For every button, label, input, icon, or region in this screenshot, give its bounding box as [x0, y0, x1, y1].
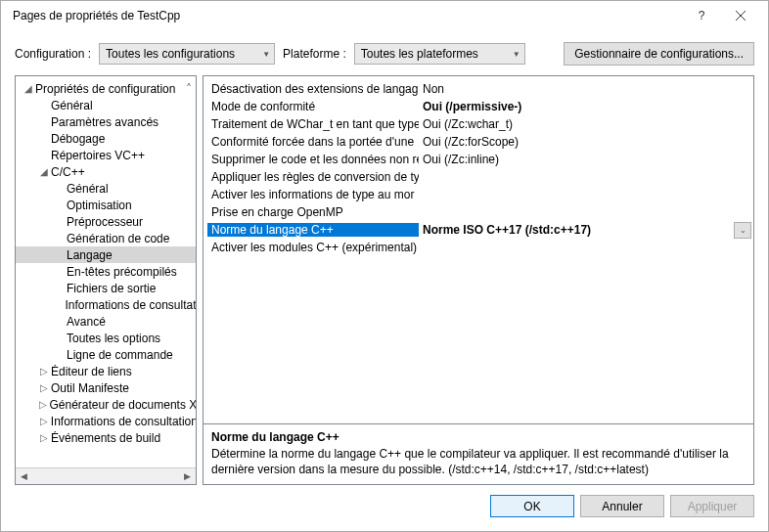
cancel-button[interactable]: Annuler: [580, 495, 664, 517]
property-name: Mode de conformité: [207, 100, 419, 113]
config-value: Toutes les configurations: [106, 47, 235, 61]
tree-item-label: Langage: [67, 248, 113, 262]
property-row[interactable]: Traitement de WChar_t en tant que typeOu…: [207, 115, 751, 133]
tree-item[interactable]: ▷Générateur de documents XML: [16, 396, 196, 413]
property-row[interactable]: Norme du langage C++Norme ISO C++17 (/st…: [207, 221, 751, 239]
tree-hscrollbar[interactable]: ◀ ▶: [16, 467, 196, 484]
scroll-left-icon[interactable]: ◀: [16, 468, 32, 485]
property-row[interactable]: Prise en charge OpenMP: [207, 203, 751, 221]
property-row[interactable]: Activer les informations de type au mor: [207, 186, 751, 203]
tree-item-label: C/C++: [51, 165, 85, 179]
property-value[interactable]: Norme ISO C++17 (/std:c++17): [419, 223, 734, 237]
tree-item[interactable]: Informations de consultation: [16, 296, 196, 313]
tree-item-label: Outil Manifeste: [51, 381, 129, 395]
expand-closed-icon[interactable]: ▷: [37, 399, 50, 410]
tree-item[interactable]: Général: [16, 180, 196, 197]
tree-item[interactable]: Ligne de commande: [16, 346, 196, 363]
tree-item[interactable]: Général: [16, 97, 196, 113]
chevron-down-icon: ▼: [513, 50, 520, 59]
tree-item-label: Événements de build: [51, 431, 160, 445]
tree-item-label: Toutes les options: [67, 332, 160, 345]
property-row[interactable]: Conformité forcée dans la portée d'uneOu…: [207, 133, 751, 151]
tree-item-label: Général: [51, 99, 93, 112]
tree-item[interactable]: Fichiers de sortie: [16, 280, 196, 296]
description-panel: Norme du langage C++ Détermine la norme …: [204, 423, 753, 484]
tree-item[interactable]: ˄◢Propriétés de configuration: [16, 80, 196, 97]
tree-item-label: Répertoires VC++: [51, 149, 145, 162]
window-title: Pages de propriétés de TestCpp: [9, 9, 682, 22]
tree-item[interactable]: Avancé: [16, 313, 196, 330]
tree-item[interactable]: ◢C/C++: [16, 163, 196, 180]
tree-item[interactable]: Langage: [16, 246, 196, 263]
property-value[interactable]: Non: [419, 82, 751, 96]
property-grid[interactable]: Désactivation des extensions de langageN…: [204, 76, 753, 423]
tree-item[interactable]: En-têtes précompilés: [16, 263, 196, 280]
property-value[interactable]: Oui (/Zc:forScope): [419, 135, 751, 149]
property-name: Appliquer les règles de conversion de ty: [207, 170, 419, 184]
tree-item[interactable]: ▷Événements de build: [16, 429, 196, 446]
tree-item-label: Débogage: [51, 132, 105, 146]
tree-item-label: Informations de consultation: [51, 415, 196, 428]
property-row[interactable]: Appliquer les règles de conversion de ty: [207, 168, 751, 186]
tree-item[interactable]: ▷Informations de consultation: [16, 413, 196, 429]
expand-closed-icon[interactable]: ▷: [37, 416, 51, 426]
ok-button[interactable]: OK: [490, 495, 574, 517]
close-icon: [736, 11, 746, 21]
description-text: Détermine la norme du langage C++ que le…: [211, 446, 746, 477]
property-row[interactable]: Activer les modules C++ (expérimental): [207, 239, 751, 256]
property-name: Conformité forcée dans la portée d'une: [207, 135, 419, 149]
expand-open-icon[interactable]: ◢: [37, 166, 51, 177]
property-name: Supprimer le code et les données non ré: [207, 153, 419, 166]
property-name: Norme du langage C++: [207, 223, 419, 237]
scroll-up-icon[interactable]: ˄: [186, 82, 192, 96]
tree-item-label: Préprocesseur: [67, 215, 143, 229]
close-button[interactable]: [721, 1, 760, 30]
config-label: Configuration :: [15, 47, 91, 61]
config-combo[interactable]: Toutes les configurations ▼: [99, 43, 275, 65]
tree-item-label: En-têtes précompilés: [67, 265, 177, 279]
tree-item[interactable]: Répertoires VC++: [16, 147, 196, 163]
property-row[interactable]: Désactivation des extensions de langageN…: [207, 80, 751, 98]
tree-item-label: Général: [67, 182, 109, 196]
apply-button[interactable]: Appliquer: [670, 495, 754, 517]
property-value[interactable]: Oui (/permissive-): [419, 100, 751, 113]
expand-open-icon[interactable]: ◢: [22, 83, 35, 94]
tree-item-label: Propriétés de configuration: [35, 82, 175, 96]
property-name: Traitement de WChar_t en tant que type: [207, 117, 419, 131]
tree-item[interactable]: Génération de code: [16, 230, 196, 246]
platform-value: Toutes les plateformes: [361, 47, 478, 61]
tree-item-label: Fichiers de sortie: [67, 282, 156, 295]
chevron-down-icon: ▼: [262, 50, 270, 59]
tree-item-label: Optimisation: [67, 199, 132, 212]
tree-item[interactable]: Paramètres avancés: [16, 113, 196, 130]
tree-item-label: Génération de code: [67, 232, 169, 245]
tree-item-label: Ligne de commande: [67, 348, 173, 362]
tree-item[interactable]: Optimisation: [16, 197, 196, 213]
property-name: Activer les modules C++ (expérimental): [207, 241, 419, 254]
config-manager-button[interactable]: Gestionnaire de configurations...: [564, 42, 754, 66]
tree-item[interactable]: ▷Outil Manifeste: [16, 379, 196, 396]
property-row[interactable]: Supprimer le code et les données non réO…: [207, 151, 751, 168]
property-row[interactable]: Mode de conformitéOui (/permissive-): [207, 98, 751, 115]
property-value[interactable]: Oui (/Zc:wchar_t): [419, 117, 751, 131]
expand-closed-icon[interactable]: ▷: [37, 382, 51, 393]
description-title: Norme du langage C++: [211, 430, 746, 444]
platform-combo[interactable]: Toutes les plateformes ▼: [354, 43, 525, 65]
help-button[interactable]: ?: [682, 1, 721, 30]
nav-tree[interactable]: ˄◢Propriétés de configurationGénéralPara…: [15, 75, 197, 485]
tree-item[interactable]: Toutes les options: [16, 330, 196, 346]
property-name: Prise en charge OpenMP: [207, 205, 419, 219]
property-value[interactable]: Oui (/Zc:inline): [419, 153, 751, 166]
tree-item[interactable]: Préprocesseur: [16, 213, 196, 230]
tree-item-label: Avancé: [67, 315, 106, 329]
expand-closed-icon[interactable]: ▷: [37, 432, 51, 443]
scroll-right-icon[interactable]: ▶: [179, 468, 196, 485]
tree-item[interactable]: ▷Éditeur de liens: [16, 363, 196, 379]
dropdown-button[interactable]: ⌄: [734, 222, 751, 239]
platform-label: Plateforme :: [283, 47, 346, 61]
tree-item-label: Informations de consultation: [65, 298, 196, 312]
tree-item[interactable]: Débogage: [16, 130, 196, 147]
tree-item-label: Générateur de documents XML: [50, 398, 197, 412]
property-name: Désactivation des extensions de langage: [207, 82, 419, 96]
expand-closed-icon[interactable]: ▷: [37, 366, 51, 377]
